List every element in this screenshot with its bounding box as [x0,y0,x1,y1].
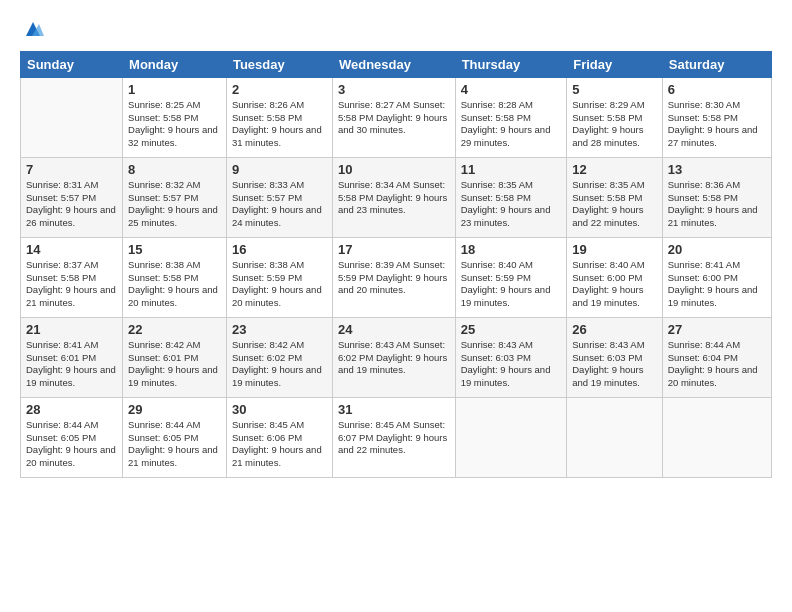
calendar-cell: 15Sunrise: 8:38 AM Sunset: 5:58 PM Dayli… [123,237,227,317]
day-number: 27 [668,322,766,337]
day-info: Sunrise: 8:30 AM Sunset: 5:58 PM Dayligh… [668,99,766,150]
calendar-table: SundayMondayTuesdayWednesdayThursdayFrid… [20,51,772,478]
day-info: Sunrise: 8:32 AM Sunset: 5:57 PM Dayligh… [128,179,221,230]
calendar-cell: 25Sunrise: 8:43 AM Sunset: 6:03 PM Dayli… [455,317,567,397]
day-number: 22 [128,322,221,337]
day-number: 19 [572,242,657,257]
day-number: 23 [232,322,327,337]
day-info: Sunrise: 8:28 AM Sunset: 5:58 PM Dayligh… [461,99,562,150]
calendar-cell: 8Sunrise: 8:32 AM Sunset: 5:57 PM Daylig… [123,157,227,237]
day-info: Sunrise: 8:44 AM Sunset: 6:04 PM Dayligh… [668,339,766,390]
day-info: Sunrise: 8:43 AM Sunset: 6:02 PM Dayligh… [338,339,450,377]
day-info: Sunrise: 8:41 AM Sunset: 6:01 PM Dayligh… [26,339,117,390]
day-number: 8 [128,162,221,177]
day-info: Sunrise: 8:44 AM Sunset: 6:05 PM Dayligh… [128,419,221,470]
day-number: 4 [461,82,562,97]
calendar-cell: 27Sunrise: 8:44 AM Sunset: 6:04 PM Dayli… [662,317,771,397]
calendar-cell: 21Sunrise: 8:41 AM Sunset: 6:01 PM Dayli… [21,317,123,397]
day-info: Sunrise: 8:35 AM Sunset: 5:58 PM Dayligh… [461,179,562,230]
calendar-cell: 20Sunrise: 8:41 AM Sunset: 6:00 PM Dayli… [662,237,771,317]
calendar-cell: 5Sunrise: 8:29 AM Sunset: 5:58 PM Daylig… [567,77,663,157]
day-number: 10 [338,162,450,177]
calendar-cell: 26Sunrise: 8:43 AM Sunset: 6:03 PM Dayli… [567,317,663,397]
header-day: Thursday [455,51,567,77]
calendar-cell: 6Sunrise: 8:30 AM Sunset: 5:58 PM Daylig… [662,77,771,157]
header-row: SundayMondayTuesdayWednesdayThursdayFrid… [21,51,772,77]
calendar-cell [455,397,567,477]
day-info: Sunrise: 8:43 AM Sunset: 6:03 PM Dayligh… [572,339,657,390]
calendar-cell [567,397,663,477]
calendar-cell: 29Sunrise: 8:44 AM Sunset: 6:05 PM Dayli… [123,397,227,477]
day-info: Sunrise: 8:42 AM Sunset: 6:01 PM Dayligh… [128,339,221,390]
header-day: Friday [567,51,663,77]
calendar-cell: 10Sunrise: 8:34 AM Sunset: 5:58 PM Dayli… [332,157,455,237]
day-number: 31 [338,402,450,417]
day-number: 20 [668,242,766,257]
calendar-week: 1Sunrise: 8:25 AM Sunset: 5:58 PM Daylig… [21,77,772,157]
calendar-week: 28Sunrise: 8:44 AM Sunset: 6:05 PM Dayli… [21,397,772,477]
day-number: 1 [128,82,221,97]
calendar-cell: 13Sunrise: 8:36 AM Sunset: 5:58 PM Dayli… [662,157,771,237]
calendar-cell: 17Sunrise: 8:39 AM Sunset: 5:59 PM Dayli… [332,237,455,317]
header-day: Sunday [21,51,123,77]
day-number: 29 [128,402,221,417]
calendar-week: 14Sunrise: 8:37 AM Sunset: 5:58 PM Dayli… [21,237,772,317]
calendar-week: 7Sunrise: 8:31 AM Sunset: 5:57 PM Daylig… [21,157,772,237]
calendar-cell: 11Sunrise: 8:35 AM Sunset: 5:58 PM Dayli… [455,157,567,237]
calendar-cell: 9Sunrise: 8:33 AM Sunset: 5:57 PM Daylig… [226,157,332,237]
page: SundayMondayTuesdayWednesdayThursdayFrid… [0,0,792,490]
calendar-cell: 24Sunrise: 8:43 AM Sunset: 6:02 PM Dayli… [332,317,455,397]
calendar-cell: 19Sunrise: 8:40 AM Sunset: 6:00 PM Dayli… [567,237,663,317]
day-number: 9 [232,162,327,177]
day-number: 30 [232,402,327,417]
header-day: Monday [123,51,227,77]
day-number: 13 [668,162,766,177]
day-info: Sunrise: 8:26 AM Sunset: 5:58 PM Dayligh… [232,99,327,150]
day-info: Sunrise: 8:44 AM Sunset: 6:05 PM Dayligh… [26,419,117,470]
day-info: Sunrise: 8:42 AM Sunset: 6:02 PM Dayligh… [232,339,327,390]
day-info: Sunrise: 8:35 AM Sunset: 5:58 PM Dayligh… [572,179,657,230]
logo [20,22,44,45]
logo-icon [22,18,44,40]
day-number: 3 [338,82,450,97]
header-day: Tuesday [226,51,332,77]
day-number: 24 [338,322,450,337]
day-number: 16 [232,242,327,257]
day-info: Sunrise: 8:43 AM Sunset: 6:03 PM Dayligh… [461,339,562,390]
day-number: 6 [668,82,766,97]
day-info: Sunrise: 8:40 AM Sunset: 6:00 PM Dayligh… [572,259,657,310]
calendar-cell: 2Sunrise: 8:26 AM Sunset: 5:58 PM Daylig… [226,77,332,157]
day-number: 2 [232,82,327,97]
calendar-cell: 14Sunrise: 8:37 AM Sunset: 5:58 PM Dayli… [21,237,123,317]
calendar-cell: 7Sunrise: 8:31 AM Sunset: 5:57 PM Daylig… [21,157,123,237]
calendar-week: 21Sunrise: 8:41 AM Sunset: 6:01 PM Dayli… [21,317,772,397]
calendar-cell: 18Sunrise: 8:40 AM Sunset: 5:59 PM Dayli… [455,237,567,317]
day-info: Sunrise: 8:37 AM Sunset: 5:58 PM Dayligh… [26,259,117,310]
calendar-cell: 3Sunrise: 8:27 AM Sunset: 5:58 PM Daylig… [332,77,455,157]
day-number: 21 [26,322,117,337]
calendar-cell: 16Sunrise: 8:38 AM Sunset: 5:59 PM Dayli… [226,237,332,317]
day-info: Sunrise: 8:38 AM Sunset: 5:59 PM Dayligh… [232,259,327,310]
calendar-cell: 1Sunrise: 8:25 AM Sunset: 5:58 PM Daylig… [123,77,227,157]
day-info: Sunrise: 8:36 AM Sunset: 5:58 PM Dayligh… [668,179,766,230]
day-number: 7 [26,162,117,177]
day-number: 26 [572,322,657,337]
day-info: Sunrise: 8:34 AM Sunset: 5:58 PM Dayligh… [338,179,450,217]
header-day: Wednesday [332,51,455,77]
day-info: Sunrise: 8:29 AM Sunset: 5:58 PM Dayligh… [572,99,657,150]
calendar-cell: 31Sunrise: 8:45 AM Sunset: 6:07 PM Dayli… [332,397,455,477]
day-info: Sunrise: 8:38 AM Sunset: 5:58 PM Dayligh… [128,259,221,310]
calendar-cell [662,397,771,477]
logo-text [20,22,44,45]
day-number: 12 [572,162,657,177]
header [20,18,772,45]
day-info: Sunrise: 8:40 AM Sunset: 5:59 PM Dayligh… [461,259,562,310]
day-info: Sunrise: 8:31 AM Sunset: 5:57 PM Dayligh… [26,179,117,230]
day-info: Sunrise: 8:45 AM Sunset: 6:07 PM Dayligh… [338,419,450,457]
day-info: Sunrise: 8:45 AM Sunset: 6:06 PM Dayligh… [232,419,327,470]
calendar-cell: 23Sunrise: 8:42 AM Sunset: 6:02 PM Dayli… [226,317,332,397]
day-number: 25 [461,322,562,337]
calendar-cell: 4Sunrise: 8:28 AM Sunset: 5:58 PM Daylig… [455,77,567,157]
day-info: Sunrise: 8:33 AM Sunset: 5:57 PM Dayligh… [232,179,327,230]
calendar-cell: 22Sunrise: 8:42 AM Sunset: 6:01 PM Dayli… [123,317,227,397]
